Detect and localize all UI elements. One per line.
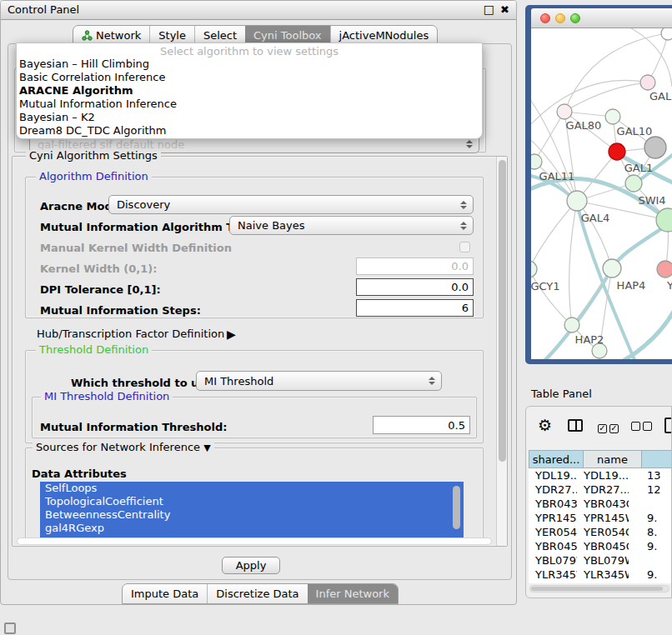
table-row[interactable]: YDR27...YDR27...12 <box>529 482 672 497</box>
cell-shared[interactable]: YBR043C <box>529 497 577 511</box>
manual-kernel-width-checkbox[interactable] <box>459 242 470 252</box>
cell-shared[interactable]: YER054C <box>529 525 577 539</box>
mac-minimize-button[interactable] <box>555 13 565 23</box>
mi-threshold-input[interactable] <box>373 416 470 434</box>
tab-impute-data[interactable]: Impute Data <box>123 584 207 603</box>
network-canvas[interactable]: GAL GAL80 GAL10 GAL1 GAL11 GAL4 SWI4 GCY… <box>531 28 672 359</box>
cell-shared[interactable]: YLR345W <box>529 568 577 582</box>
algorithm-option[interactable]: Bayesian – K2 <box>17 111 482 124</box>
sources-title[interactable]: Sources for Network Inference ▼ <box>33 442 214 454</box>
network-node-gcy1[interactable] <box>531 261 537 278</box>
network-node-gal80[interactable] <box>557 104 572 119</box>
table-row[interactable]: YBR043CYBR043C <box>529 497 672 511</box>
kernel-width-input[interactable] <box>356 258 474 275</box>
close-window-icon[interactable]: ✖ <box>500 3 509 16</box>
algorithm-option[interactable]: Dream8 DC_TDC Algorithm <box>17 124 482 138</box>
network-node-gal1[interactable] <box>625 175 642 192</box>
cell-value[interactable] <box>629 497 672 511</box>
table-row[interactable]: YBR045CYBR045C9. <box>529 539 672 553</box>
cell-value[interactable]: 12 <box>629 482 672 497</box>
deselect-all-columns-icon[interactable] <box>631 421 652 433</box>
tab-network-label: Network <box>96 27 141 44</box>
algorithm-option-selected[interactable]: ARACNE Algorithm <box>17 84 482 98</box>
mi-algorithm-type-combo[interactable]: Naive Bayes <box>229 216 474 235</box>
column-header-shared-name[interactable]: shared... <box>529 450 584 468</box>
network-node[interactable] <box>640 75 655 90</box>
table-row[interactable]: YER054CYER054C8. <box>529 525 672 539</box>
cell-name[interactable]: YPR145W <box>577 511 629 525</box>
control-panel-titlebar[interactable]: Control Panel □ ✖ <box>1 1 516 20</box>
cell-value[interactable]: 13 <box>629 468 672 482</box>
cell-shared[interactable]: YBR045C <box>529 539 577 553</box>
table-row[interactable]: YIL052CYIL052C9 <box>529 582 672 583</box>
cell-shared[interactable]: YPR145W <box>529 511 577 525</box>
table-row[interactable]: YDL19...YDL19...13 <box>529 468 672 482</box>
cell-shared[interactable]: YDL19... <box>529 468 577 482</box>
cell-value[interactable]: 9. <box>629 539 672 553</box>
cell-name[interactable]: YBR043C <box>577 497 629 511</box>
column-header-name[interactable]: name <box>584 450 642 468</box>
network-node[interactable] <box>661 28 672 40</box>
minimized-window-icon[interactable] <box>4 622 16 634</box>
cell-name[interactable]: YBR045C <box>577 539 629 553</box>
cell-name[interactable]: YIL052C <box>577 582 629 583</box>
cell-shared[interactable]: YBL079W <box>529 553 577 568</box>
algorithm-option[interactable]: Bayesian – Hill Climbing <box>17 58 482 71</box>
network-node-gal4[interactable] <box>567 191 587 211</box>
table-hscrollbar-thumb[interactable] <box>531 587 663 591</box>
list-item[interactable]: gal4RGexp <box>40 522 464 535</box>
algorithm-option[interactable]: Mutual Information Inference <box>17 98 482 111</box>
mi-steps-input[interactable] <box>356 299 474 317</box>
settings-vscrollbar-thumb[interactable] <box>499 160 506 462</box>
list-item[interactable]: BetweennessCentrality <box>40 508 464 522</box>
algorithm-popup-placeholder: Select algorithm to view settings <box>17 45 482 58</box>
cell-name[interactable]: YBL079W <box>577 553 629 568</box>
network-node-gal11[interactable] <box>531 154 542 169</box>
network-window-titlebar[interactable] <box>531 8 672 28</box>
split-columns-icon[interactable] <box>568 419 583 432</box>
new-table-icon[interactable] <box>664 418 672 433</box>
float-window-icon[interactable]: □ <box>484 2 494 16</box>
list-item[interactable]: SelfLoops <box>40 482 464 495</box>
list-item[interactable]: TopologicalCoefficient <box>40 495 464 508</box>
cell-value[interactable]: 9. <box>629 511 672 525</box>
hub-definition-label[interactable]: Hub/Transcription Factor Definition <box>37 328 224 340</box>
mac-zoom-button[interactable] <box>570 13 580 23</box>
settings-hscrollbar[interactable] <box>17 538 492 545</box>
cell-name[interactable]: YDR27... <box>577 482 629 497</box>
table-hscrollbar[interactable] <box>529 585 669 592</box>
aracne-mode-combo[interactable]: Discovery <box>108 195 474 214</box>
which-threshold-combo[interactable]: MI Threshold <box>196 371 442 391</box>
network-node-salmon[interactable] <box>657 261 672 278</box>
cell-name[interactable]: YER054C <box>577 525 629 539</box>
tab-infer-network[interactable]: Infer Network <box>308 584 398 603</box>
gear-icon[interactable]: ⚙ <box>538 416 552 434</box>
tab-discretize-data[interactable]: Discretize Data <box>207 584 307 603</box>
algorithm-option[interactable]: Basic Correlation Inference <box>17 71 482 84</box>
column-header-partial[interactable]: A <box>642 450 672 468</box>
cell-value[interactable]: 8. <box>629 525 672 539</box>
cell-value[interactable] <box>629 553 672 568</box>
network-node-hap4[interactable] <box>603 259 621 278</box>
network-node-selected[interactable] <box>609 143 625 160</box>
list-vscrollbar-thumb[interactable] <box>453 486 460 529</box>
table-row[interactable]: YBL079WYBL079W <box>529 553 672 568</box>
apply-button[interactable]: Apply <box>222 557 280 574</box>
select-all-columns-icon[interactable]: ✓✓ <box>598 421 619 433</box>
hub-collapsed-arrow-icon[interactable]: ▶ <box>227 328 236 341</box>
cell-shared[interactable]: YIL052C <box>529 582 577 583</box>
network-node-gray[interactable] <box>644 137 666 158</box>
cell-shared[interactable]: YDR27... <box>529 482 577 497</box>
table-row[interactable]: YLR345WYLR345W9. <box>529 568 672 582</box>
mac-close-button[interactable] <box>540 13 550 23</box>
dpi-tolerance-input[interactable] <box>356 278 474 296</box>
cell-value[interactable]: 9 <box>629 582 672 583</box>
cell-value[interactable]: 9. <box>629 568 672 582</box>
network-node-hap2[interactable] <box>564 318 579 332</box>
cell-name[interactable]: YDL19... <box>577 468 629 482</box>
cell-name[interactable]: YLR345W <box>577 568 629 582</box>
table-row[interactable]: YPR145WYPR145W9. <box>529 511 672 525</box>
sources-expanded-arrow-icon[interactable]: ▼ <box>203 442 210 453</box>
network-node-gal10[interactable] <box>605 109 620 124</box>
settings-vscrollbar[interactable] <box>496 157 507 546</box>
